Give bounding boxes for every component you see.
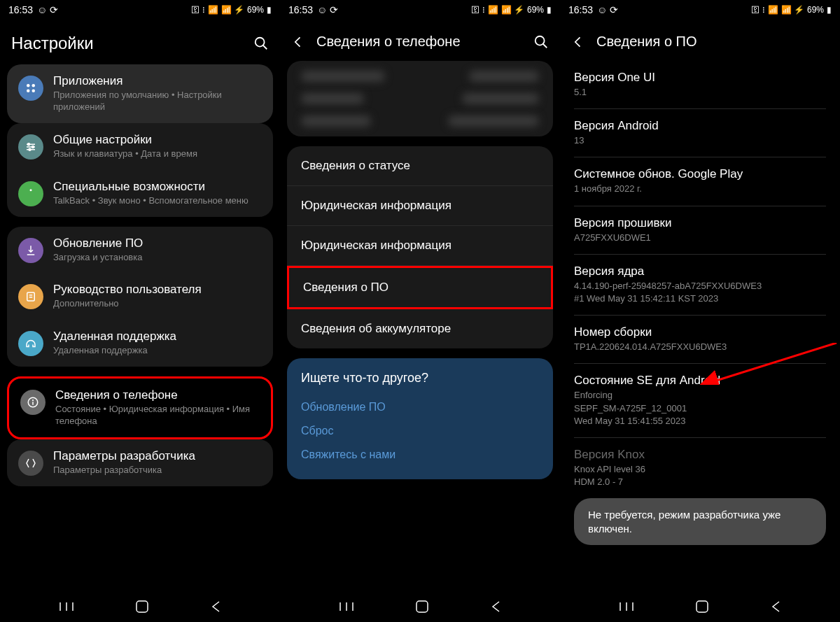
status-bar: 16:53 ☺ ⟳ ⚿ ⋮ 📶 📶 ⚡ 69% ▮ — [280, 0, 560, 20]
list-item-battery[interactable]: Сведения об аккумуляторе — [287, 309, 553, 348]
search-icon[interactable] — [533, 34, 549, 50]
item-title: Удаленная поддержка — [53, 330, 262, 344]
suggest-link-contact[interactable]: Свяжитесь с нами — [301, 443, 539, 467]
item-title: Приложения — [53, 74, 262, 88]
item-sub: Загрузка и установка — [53, 252, 262, 264]
item-sub: Приложения по умолчанию • Настройки прил… — [53, 90, 262, 113]
nav-back[interactable] — [771, 600, 780, 613]
toast: Не требуется, режим разработчика уже вкл… — [574, 498, 826, 545]
svg-point-3 — [32, 84, 36, 87]
nav-home[interactable] — [416, 600, 428, 613]
sw-item-googleplay[interactable]: Системное обнов. Google Play 1 ноября 20… — [574, 157, 826, 206]
item-sub: Дополнительно — [53, 298, 262, 310]
settings-item-apps[interactable]: Приложения Приложения по умолчанию • Нас… — [7, 64, 273, 123]
sw-value: 5.1 — [574, 86, 826, 99]
sw-value: 1 ноября 2022 г. — [574, 183, 826, 195]
sw-value: Enforcing SEPF_SM-A725F_12_0001 Wed May … — [574, 389, 826, 427]
sw-title: Номер сборки — [574, 325, 826, 339]
status-icons-right: ⚿ ⋮ 📶 📶 ⚡ — [191, 5, 244, 15]
sw-item-android[interactable]: Версия Android 13 — [574, 109, 826, 157]
svg-rect-18 — [32, 402, 34, 405]
status-time: 16:53 — [288, 4, 313, 15]
nav-recents[interactable] — [59, 602, 74, 612]
status-bar: 16:53 ☺ ⟳ ⚿ ⋮ 📶 📶 ⚡ 69% ▮ — [0, 0, 280, 20]
settings-item-remote[interactable]: Удаленная поддержка Удаленная поддержка — [7, 320, 273, 367]
item-title: Обновление ПО — [53, 236, 262, 250]
settings-item-about-phone[interactable]: Сведения о телефоне Состояние • Юридичес… — [7, 376, 273, 439]
suggest-card: Ищете что-то другое? Обновление ПО Сброс… — [287, 358, 553, 479]
screen-settings: 16:53 ☺ ⟳ ⚿ ⋮ 📶 📶 ⚡ 69% ▮ Настройки Прил… — [0, 0, 280, 622]
status-battery: 69% — [527, 5, 544, 15]
settings-item-update[interactable]: Обновление ПО Загрузка и установка — [7, 227, 273, 274]
battery-icon: ▮ — [827, 5, 832, 15]
list-item-status[interactable]: Сведения о статусе — [287, 146, 553, 186]
status-bar: 16:53 ☺ ⟳ ⚿ ⋮ 📶 📶 ⚡ 69% ▮ — [560, 0, 840, 20]
item-sub: Язык и клавиатура • Дата и время — [53, 148, 262, 160]
search-icon[interactable] — [253, 36, 269, 51]
nav-back[interactable] — [491, 600, 500, 613]
sw-item-selinux[interactable]: Состояние SE для Android Enforcing SEPF_… — [574, 364, 826, 438]
suggest-link-reset[interactable]: Сброс — [301, 419, 539, 443]
general-icon — [18, 134, 43, 160]
back-icon[interactable] — [571, 35, 585, 49]
settings-item-developer[interactable]: Параметры разработчика Параметры разрабо… — [7, 439, 273, 486]
svg-point-0 — [255, 38, 265, 47]
item-title: Сведения о телефоне — [55, 388, 260, 402]
settings-item-general[interactable]: Общие настройки Язык и клавиатура • Дата… — [7, 123, 273, 170]
svg-point-12 — [30, 189, 32, 191]
item-sub: Удаленная поддержка — [53, 345, 262, 357]
status-icons-right: ⚿ ⋮ 📶 📶 ⚡ — [751, 5, 804, 15]
page-title: Настройки — [11, 34, 242, 53]
settings-item-manual[interactable]: Руководство пользователя Дополнительно — [7, 273, 273, 320]
accessibility-icon — [18, 181, 43, 206]
nav-bar — [0, 591, 280, 622]
list-item-legal1[interactable]: Юридическая информация — [287, 186, 553, 226]
nav-home[interactable] — [136, 600, 148, 613]
nav-back[interactable] — [211, 600, 220, 613]
sw-value: A725FXXU6DWE1 — [574, 232, 826, 244]
svg-point-5 — [32, 90, 36, 93]
sw-title: Версия прошивки — [574, 216, 826, 230]
screen-about-phone: 16:53 ☺ ⟳ ⚿ ⋮ 📶 📶 ⚡ 69% ▮ Сведения о тел… — [280, 0, 560, 622]
sw-item-knox[interactable]: Версия Knox Knox API level 36 HDM 2.0 - … — [574, 438, 826, 498]
svg-rect-28 — [416, 601, 428, 612]
header: Настройки — [0, 20, 280, 64]
sw-item-build[interactable]: Номер сборки TP1A.220624.014.A725FXXU6DW… — [574, 316, 826, 364]
suggest-link-update[interactable]: Обновление ПО — [301, 395, 539, 419]
svg-point-9 — [28, 143, 30, 146]
apps-icon — [18, 76, 43, 101]
remote-icon — [18, 331, 43, 356]
sw-item-kernel[interactable]: Версия ядра 4.14.190-perf-25948257-abA72… — [574, 255, 826, 316]
svg-rect-22 — [136, 601, 148, 612]
status-icons-left: ☺ ⟳ — [317, 4, 338, 15]
page-title: Сведения о телефоне — [316, 34, 522, 50]
sw-value: TP1A.220624.014.A725FXXU6DWE3 — [574, 341, 826, 353]
sw-item-oneui[interactable]: Версия One UI 5.1 — [574, 61, 826, 109]
list-item-legal2[interactable]: Юридическая информация — [287, 226, 553, 266]
blurred-info — [287, 61, 553, 136]
nav-bar — [280, 591, 560, 622]
list-item-software-info[interactable]: Сведения о ПО — [287, 266, 553, 309]
svg-line-1 — [263, 45, 267, 50]
nav-home[interactable] — [696, 600, 708, 613]
status-icons-right: ⚿ ⋮ 📶 📶 ⚡ — [471, 5, 524, 15]
svg-point-23 — [536, 36, 545, 45]
screen-software-info: 16:53 ☺ ⟳ ⚿ ⋮ 📶 📶 ⚡ 69% ▮ Сведения о ПО … — [560, 0, 840, 622]
sw-title: Состояние SE для Android — [574, 374, 826, 388]
nav-bar — [560, 591, 840, 622]
developer-icon — [18, 451, 43, 476]
svg-point-10 — [32, 146, 34, 148]
item-sub: Состояние • Юридическая информация • Имя… — [55, 404, 260, 427]
sw-title: Версия Android — [574, 119, 826, 133]
sw-item-firmware[interactable]: Версия прошивки A725FXXU6DWE1 — [574, 206, 826, 255]
back-icon[interactable] — [291, 35, 305, 49]
page-title: Сведения о ПО — [596, 34, 829, 50]
nav-recents[interactable] — [620, 602, 634, 612]
settings-item-accessibility[interactable]: Специальные возможности TalkBack • Звук … — [7, 170, 273, 217]
svg-rect-33 — [696, 601, 708, 612]
nav-recents[interactable] — [340, 602, 354, 612]
item-sub: Параметры разработчика — [53, 465, 262, 476]
sw-value: 13 — [574, 134, 826, 147]
svg-line-24 — [543, 43, 547, 48]
svg-point-17 — [32, 400, 34, 401]
